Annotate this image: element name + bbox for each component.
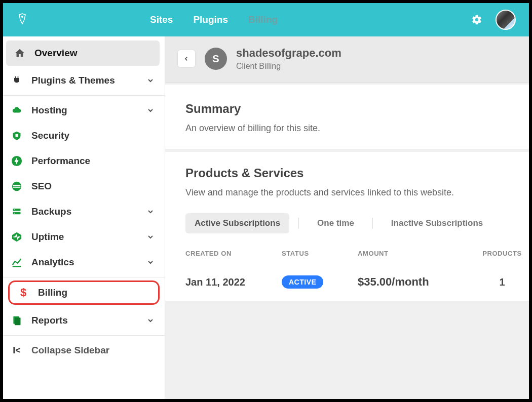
cell-created: Jan 11, 2022 [185,276,282,288]
sidebar-item-collapse[interactable]: I< Collapse Sidebar [3,338,165,363]
summary-desc: An overview of billing for this site. [185,123,509,134]
status-badge: ACTIVE [282,275,323,289]
sidebar-item-seo[interactable]: SEO [3,174,165,199]
bolt-icon [10,154,23,168]
sidebar-item-label: Analytics [31,257,74,268]
summary-panel: Summary An overview of billing for this … [165,85,529,149]
sidebar-item-label: SEO [31,181,52,192]
main-content: S shadesofgrape.com Client Billing Summa… [165,36,529,399]
seo-icon [10,180,23,193]
sidebar-item-plugins-themes[interactable]: Plugins & Themes [3,68,165,93]
sidebar-item-uptime[interactable]: Uptime [3,224,165,250]
svg-point-8 [14,210,15,211]
dollar-icon: $ [17,286,30,299]
svg-rect-4 [13,185,21,186]
divider [372,218,373,229]
svg-point-0 [21,16,23,18]
uptime-icon [10,230,23,244]
chevron-down-icon [146,76,155,85]
sidebar-item-performance[interactable]: Performance [3,148,165,174]
main-header: S shadesofgrape.com Client Billing [165,36,529,83]
site-subtitle: Client Billing [236,62,341,71]
sidebar-item-label: Backups [31,206,71,217]
chevron-down-icon [146,208,155,216]
sidebar-item-label: Uptime [31,231,64,243]
cell-status: ACTIVE [282,275,358,289]
svg-rect-12 [15,317,21,325]
sidebar-item-overview[interactable]: Overview [6,41,160,66]
products-title: Products & Services [185,166,509,180]
sidebar-item-billing[interactable]: $ Billing [8,280,160,305]
sidebar-item-label: Performance [31,155,90,167]
sidebar-item-label: Security [31,130,69,141]
reports-icon [10,314,23,327]
chevron-left-icon [184,55,189,62]
cloud-icon [10,104,23,117]
table-header: CREATED ON STATUS AMOUNT PRODUCTS [185,247,509,266]
analytics-icon [10,256,23,269]
sidebar-item-label: Billing [38,287,67,298]
app-logo [16,12,28,27]
col-created: CREATED ON [185,250,282,257]
svg-rect-5 [13,187,21,188]
home-icon [13,47,26,60]
tab-one-time[interactable]: One time [308,213,363,233]
sidebar-item-analytics[interactable]: Analytics [3,250,165,275]
sidebar-item-security[interactable]: Security [3,123,165,148]
col-status: STATUS [282,250,358,257]
sidebar-item-label: Hosting [31,105,67,116]
top-nav: Sites Plugins Billing [150,14,278,25]
sidebar-item-reports[interactable]: Reports [3,308,165,333]
cell-products: 1 [474,276,529,288]
site-name: shadesofgrape.com [236,47,341,60]
user-avatar[interactable] [496,10,516,30]
col-amount: AMOUNT [358,250,474,257]
sidebar-item-label: Reports [31,315,68,326]
plug-icon [10,74,23,87]
sidebar-item-label: Collapse Sidebar [31,345,109,356]
tab-active-subscriptions[interactable]: Active Subscriptions [185,213,289,233]
divider [298,218,299,229]
chevron-down-icon [146,233,155,241]
shield-icon [10,129,23,142]
sidebar-item-label: Overview [34,48,78,59]
sidebar-item-hosting[interactable]: Hosting [3,98,165,123]
sidebar-item-backups[interactable]: Backups [3,199,165,224]
backups-icon [10,205,23,218]
svg-rect-1 [16,134,18,137]
tab-inactive-subscriptions[interactable]: Inactive Subscriptions [382,213,492,233]
svg-point-9 [14,213,15,214]
summary-title: Summary [185,102,509,116]
top-bar: Sites Plugins Billing [3,3,529,36]
table-row[interactable]: Jan 11, 2022 ACTIVE $35.00/month 1 [185,266,509,301]
chevron-down-icon [146,316,155,325]
sidebar: Overview Plugins & Themes Hosting Securi… [3,36,165,399]
collapse-icon: I< [10,344,23,357]
cell-amount: $35.00/month [358,275,474,289]
nav-billing[interactable]: Billing [248,14,278,25]
products-panel: Products & Services View and manage the … [165,152,529,301]
nav-plugins[interactable]: Plugins [193,14,228,25]
back-button[interactable] [177,50,196,68]
filter-tabs: Active Subscriptions One time Inactive S… [185,213,509,233]
products-desc: View and manage the products and service… [185,187,509,198]
chevron-down-icon [146,258,155,266]
site-badge: S [205,48,227,70]
chevron-down-icon [146,106,155,114]
gear-icon[interactable] [471,14,482,25]
sidebar-item-label: Plugins & Themes [31,75,115,86]
nav-sites[interactable]: Sites [150,14,173,25]
col-products: PRODUCTS [474,250,529,257]
